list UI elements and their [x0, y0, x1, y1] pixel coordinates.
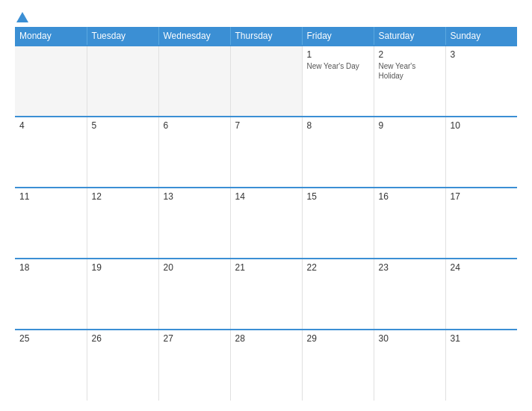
- day-number: 24: [451, 262, 513, 273]
- calendar-cell: 9: [374, 117, 445, 188]
- day-number: 30: [379, 333, 441, 344]
- day-number: 16: [379, 191, 441, 202]
- calendar-cell: 19: [87, 259, 158, 330]
- day-number: 9: [379, 120, 441, 131]
- day-number: 6: [164, 120, 226, 131]
- calendar-cell: 12: [87, 188, 158, 259]
- calendar-cell: 27: [158, 330, 230, 401]
- day-number: 5: [92, 120, 154, 131]
- day-number: 28: [235, 333, 297, 344]
- day-number: 27: [164, 333, 226, 344]
- day-header-friday: Friday: [302, 27, 374, 46]
- calendar-cell: 23: [374, 259, 445, 330]
- calendar-cell: 8: [302, 117, 374, 188]
- calendar-cell: 20: [158, 259, 230, 330]
- calendar-cell: 11: [15, 188, 87, 259]
- calendar-week-row: 25262728293031: [15, 330, 517, 401]
- day-number: 18: [19, 262, 82, 273]
- day-number: 25: [19, 333, 82, 344]
- day-number: 23: [379, 262, 441, 273]
- day-event: New Year's Holiday: [379, 61, 441, 81]
- day-number: 4: [19, 120, 82, 131]
- day-header-saturday: Saturday: [374, 27, 445, 46]
- day-number: 14: [235, 191, 297, 202]
- calendar-cell: [158, 46, 230, 117]
- day-number: 17: [451, 191, 513, 202]
- logo: [15, 13, 28, 22]
- calendar-cell: 4: [15, 117, 87, 188]
- day-number: 31: [451, 333, 513, 344]
- day-number: 13: [164, 191, 226, 202]
- day-header-wednesday: Wednesday: [158, 27, 230, 46]
- calendar-cell: 18: [15, 259, 87, 330]
- day-number: 7: [235, 120, 297, 131]
- day-number: 1: [307, 49, 369, 60]
- day-number: 29: [307, 333, 369, 344]
- calendar-table: MondayTuesdayWednesdayThursdayFridaySatu…: [15, 27, 517, 401]
- day-header-sunday: Sunday: [445, 27, 517, 46]
- calendar-cell: 17: [445, 188, 517, 259]
- day-number: 3: [451, 49, 513, 60]
- day-number: 21: [235, 262, 297, 273]
- header: [15, 13, 517, 22]
- calendar-cell: 2New Year's Holiday: [374, 46, 445, 117]
- calendar-week-row: 11121314151617: [15, 188, 517, 259]
- calendar-cell: 13: [158, 188, 230, 259]
- day-number: 2: [379, 49, 441, 60]
- calendar-cell: 21: [230, 259, 302, 330]
- calendar-cell: 28: [230, 330, 302, 401]
- calendar-cell: 6: [158, 117, 230, 188]
- day-number: 11: [19, 191, 82, 202]
- calendar-cell: 15: [302, 188, 374, 259]
- calendar-cell: 7: [230, 117, 302, 188]
- calendar-cell: 22: [302, 259, 374, 330]
- calendar-cell: 29: [302, 330, 374, 401]
- calendar-cell: 14: [230, 188, 302, 259]
- calendar-cell: 25: [15, 330, 87, 401]
- page: MondayTuesdayWednesdayThursdayFridaySatu…: [0, 0, 532, 411]
- calendar-cell: 26: [87, 330, 158, 401]
- day-event: New Year's Day: [307, 61, 369, 71]
- day-number: 12: [92, 191, 154, 202]
- day-number: 26: [92, 333, 154, 344]
- calendar-cell: 3: [445, 46, 517, 117]
- logo-triangle-icon: [16, 12, 28, 22]
- calendar-cell: 16: [374, 188, 445, 259]
- day-header-monday: Monday: [15, 27, 87, 46]
- calendar-week-row: 45678910: [15, 117, 517, 188]
- calendar-cell: 1New Year's Day: [302, 46, 374, 117]
- day-number: 19: [92, 262, 154, 273]
- calendar-week-row: 18192021222324: [15, 259, 517, 330]
- day-number: 15: [307, 191, 369, 202]
- calendar-header-row: MondayTuesdayWednesdayThursdayFridaySatu…: [15, 27, 517, 46]
- day-header-tuesday: Tuesday: [87, 27, 158, 46]
- calendar-cell: [87, 46, 158, 117]
- calendar-cell: 30: [374, 330, 445, 401]
- calendar-cell: [230, 46, 302, 117]
- day-number: 20: [164, 262, 226, 273]
- calendar-cell: 5: [87, 117, 158, 188]
- day-number: 22: [307, 262, 369, 273]
- calendar-week-row: 1New Year's Day2New Year's Holiday3: [15, 46, 517, 117]
- calendar-cell: 10: [445, 117, 517, 188]
- day-number: 8: [307, 120, 369, 131]
- day-header-thursday: Thursday: [230, 27, 302, 46]
- calendar-cell: 24: [445, 259, 517, 330]
- day-number: 10: [451, 120, 513, 131]
- calendar-cell: [15, 46, 87, 117]
- calendar-cell: 31: [445, 330, 517, 401]
